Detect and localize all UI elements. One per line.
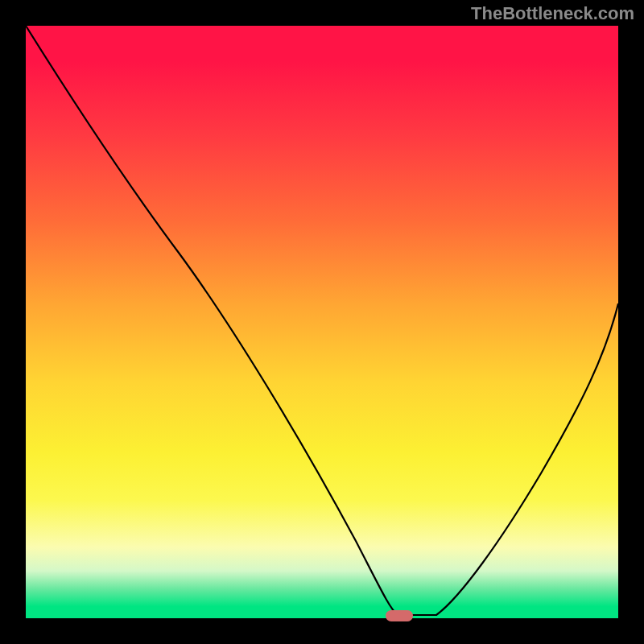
chart-marker bbox=[386, 610, 413, 621]
watermark-text: TheBottleneck.com bbox=[471, 3, 634, 24]
chart-plot-area bbox=[26, 26, 618, 618]
chart-line-series bbox=[26, 26, 618, 618]
